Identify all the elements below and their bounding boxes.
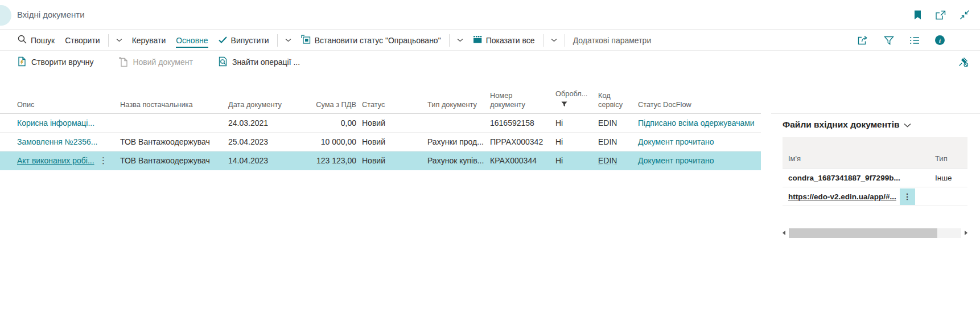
tab-home[interactable]: Основне (171, 30, 213, 50)
file-name-cell: condra_1687341887_9f7299b... (783, 174, 929, 182)
description-link[interactable]: Корисна інформаці... (17, 118, 94, 128)
column-header-processed[interactable]: Обробл... (552, 89, 595, 113)
factbox-title[interactable]: Файли вхідних документів (783, 120, 911, 130)
processed-label: Обробл... (555, 89, 587, 99)
column-header-amount[interactable]: Сума з ПДВ (287, 100, 359, 113)
factbox-column-type[interactable]: Тип (929, 154, 967, 163)
row-context-menu-icon[interactable]: ⋮ (900, 188, 915, 205)
set-status-label: Встановити статус "Опрацьовано" (315, 36, 441, 45)
unpin-icon[interactable] (958, 56, 969, 67)
new-document-label: Новий документ (133, 58, 193, 67)
docflow-status-link[interactable]: Документ прочитано (638, 137, 714, 146)
table-row[interactable]: Замовлення №2356... ТОВ Вантажоодержувач… (0, 133, 761, 151)
docflow-status-link[interactable]: Підписано всіма одержувачами (638, 118, 755, 128)
column-header-doc-number[interactable]: Номер документу (487, 91, 552, 113)
checkmark-icon (219, 36, 227, 45)
factbox-row[interactable]: condra_1687341887_9f7299b... Інше (783, 169, 967, 187)
release-label: Випустити (231, 36, 269, 45)
doc-date-cell: 24.03.2021 (225, 118, 287, 128)
column-header-status[interactable]: Статус (359, 100, 424, 113)
column-header-doc-date[interactable]: Дата документу (225, 100, 287, 113)
column-header-doc-type[interactable]: Тип документу (424, 100, 487, 113)
chevron-down-icon[interactable] (112, 38, 127, 42)
titlebar-icons (914, 0, 970, 30)
release-button[interactable]: Випустити (213, 30, 274, 50)
column-header-service-code[interactable]: Код сервісу (595, 91, 635, 113)
toolbar-divider (449, 34, 450, 47)
doc-date-cell: 14.04.2023 (225, 156, 287, 165)
create-button[interactable]: Створити (60, 30, 105, 50)
toolbar-divider (277, 34, 278, 47)
more-options-label: Додаткові параметри (573, 36, 652, 45)
column-header-description[interactable]: Опис (0, 100, 117, 113)
doc-type-cell: Рахунки прод... (424, 137, 487, 146)
chevron-down-icon (904, 120, 911, 130)
home-label: Основне (176, 36, 208, 45)
incoming-documents-page: Вхідні документи (0, 0, 980, 320)
open-in-new-window-icon[interactable] (935, 10, 946, 20)
factbox-hscrollbar[interactable] (783, 228, 967, 238)
doc-type-cell: Рахунок купів... (424, 156, 487, 165)
new-document-button[interactable]: Новий документ (118, 56, 193, 68)
create-manual-button[interactable]: Створити вручну (17, 56, 93, 68)
docflow-status-link[interactable]: Документ прочитано (638, 156, 714, 165)
description-link[interactable]: Замовлення №2356... (17, 137, 98, 146)
service-code-cell: EDIN (595, 137, 635, 146)
search-label: Пошук (31, 36, 55, 45)
scroll-right-arrow-icon[interactable] (965, 231, 967, 235)
scrollbar-thumb[interactable] (789, 228, 937, 238)
scroll-left-arrow-icon[interactable] (783, 231, 785, 235)
collapse-view-icon[interactable] (960, 10, 970, 20)
chevron-down-icon[interactable] (546, 38, 562, 42)
manage-label: Керувати (132, 36, 166, 45)
processed-cell: Ні (552, 137, 595, 146)
show-all-icon (473, 35, 482, 45)
column-header-docflow-status[interactable]: Статус DocFlow (635, 100, 761, 113)
doc-number-cell: КРАХ000344 (487, 156, 552, 165)
file-url-link[interactable]: https://edo-v2.edin.ua/app/#... (788, 192, 896, 201)
list-view-icon[interactable] (909, 36, 920, 44)
column-header-supplier[interactable]: Назва постачальника (117, 100, 225, 113)
status-cell: Новий (359, 118, 424, 128)
description-link[interactable]: Акт виконаних робі... (17, 156, 94, 165)
factbox-title-label: Файли вхідних документів (783, 120, 900, 130)
show-all-button[interactable]: Показати все (468, 30, 540, 50)
action-toolbar: Пошук Створити Керувати Основне Випустит… (0, 30, 980, 51)
service-code-cell: EDIN (595, 118, 635, 128)
status-cell: Новий (359, 156, 424, 165)
factbox-files-table: Ім'я Тип condra_1687341887_9f7299b... Ін… (783, 137, 967, 206)
doc-number-cell: 1616592158 (487, 118, 552, 128)
factbox-column-name[interactable]: Ім'я (783, 154, 929, 163)
row-context-menu-icon[interactable]: ⋮ (99, 155, 108, 166)
table-row-selected[interactable]: Акт виконаних робі... ⋮ ТОВ Вантажоодерж… (0, 151, 761, 170)
file-type-cell: Інше (929, 174, 967, 182)
secondary-action-bar: Створити вручну Новий документ Знайти оп… (0, 51, 980, 73)
create-manual-label: Створити вручну (31, 58, 93, 67)
find-entries-button[interactable]: Знайти операції ... (218, 56, 300, 68)
toolbar-divider (108, 34, 109, 47)
more-options-button[interactable]: Додаткові параметри (568, 30, 657, 50)
filter-icon[interactable] (884, 36, 894, 45)
amount-cell: 0,00 (287, 118, 359, 128)
search-button[interactable]: Пошук (13, 30, 60, 50)
toolbar-divider (565, 34, 565, 47)
chevron-down-icon[interactable] (452, 38, 468, 42)
processed-cell: Ні (552, 118, 595, 128)
amount-cell: 10 000,00 (287, 137, 359, 146)
info-icon[interactable]: i (935, 35, 945, 45)
app-avatar (0, 5, 11, 26)
set-status-button[interactable]: Встановити статус "Опрацьовано" (296, 30, 446, 50)
title-bar: Вхідні документи (0, 0, 980, 30)
factbox-row-selected[interactable]: https://edo-v2.edin.ua/app/#... ⋮ (783, 187, 967, 206)
manage-button[interactable]: Керувати (127, 30, 171, 50)
chevron-down-icon[interactable] (281, 38, 296, 42)
toolbar-right-icons: i (857, 30, 945, 50)
service-code-cell-focused[interactable]: EDIN (598, 156, 617, 165)
status-cell: Новий (359, 137, 424, 146)
share-icon[interactable] (857, 35, 868, 45)
scrollbar-track[interactable] (789, 228, 961, 238)
bookmark-icon[interactable] (914, 10, 921, 20)
supplier-cell: ТОВ Вантажоодержувач (117, 137, 225, 146)
table-row[interactable]: Корисна інформаці... 24.03.2021 0,00 Нов… (0, 114, 761, 133)
page-title: Вхідні документи (17, 10, 85, 19)
